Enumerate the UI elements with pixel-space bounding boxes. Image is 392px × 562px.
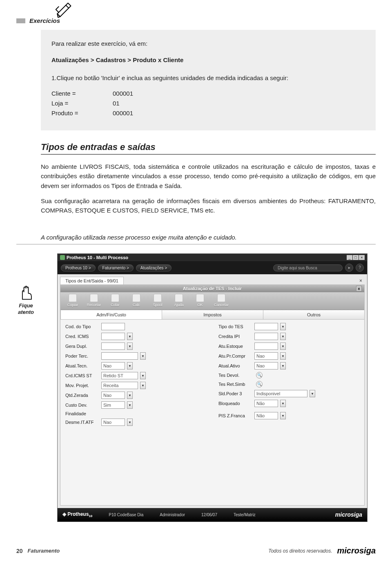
crumb-1[interactable]: Faturamento >	[98, 264, 134, 271]
chevron-down-icon[interactable]: ▼	[127, 362, 133, 369]
app-icon	[60, 255, 65, 260]
page-number: 20	[16, 548, 23, 554]
search-icon[interactable]: 🔍	[256, 381, 263, 387]
field-input[interactable]	[254, 390, 307, 397]
chevron-down-icon[interactable]: ▼	[140, 372, 146, 379]
crumb-0[interactable]: Protheus 10 >	[61, 264, 96, 271]
window-title: Protheus 10 - Multi Processo	[67, 255, 347, 260]
chevron-down-icon[interactable]: ▼	[280, 352, 286, 360]
toolbar-cancelar[interactable]: Cancelar	[212, 294, 230, 307]
field-input[interactable]	[101, 392, 125, 399]
form-tab-adm[interactable]: Adm/Fin/Custo	[60, 310, 162, 319]
chevron-down-icon[interactable]: ▼	[127, 392, 133, 399]
chevron-down-icon[interactable]: ▼	[280, 323, 286, 330]
field-row-left-4: Atual.Tecn.▼	[65, 362, 206, 369]
form-empty-area	[60, 432, 364, 505]
dialog-close-button[interactable]: ×	[356, 286, 362, 291]
field-row-right-10: PIS Z.Franca▼	[218, 412, 359, 419]
chevron-down-icon[interactable]: ▼	[140, 382, 146, 389]
chevron-down-icon[interactable]: ▼	[127, 419, 133, 426]
toolbar-spool[interactable]: Spool	[149, 294, 167, 307]
field-input[interactable]	[101, 333, 125, 340]
exercise-intro: Para realizar este exercício, vá em:	[51, 39, 365, 49]
field-input[interactable]	[254, 362, 278, 369]
field-input[interactable]	[101, 362, 125, 369]
toolbar-ok[interactable]: OK	[191, 294, 209, 307]
ok-icon	[196, 294, 204, 302]
field-row-right-5: Tes Devol.🔍	[218, 372, 359, 378]
form-tab-impostos[interactable]: Impostos	[162, 310, 263, 319]
field-input[interactable]	[254, 343, 278, 350]
form-tab-outros[interactable]: Outros	[263, 310, 365, 319]
app-window: Protheus 10 - Multi Processo _ □ × Proth…	[57, 253, 368, 522]
chevron-down-icon[interactable]: ▼	[127, 333, 133, 340]
field-label: Tes Devol.	[218, 373, 252, 378]
maximize-button[interactable]: □	[353, 255, 359, 260]
toolbar-copiar[interactable]: Copiar	[64, 294, 82, 307]
chevron-down-icon[interactable]: ▼	[280, 333, 286, 340]
toolbar-calc[interactable]: Calc	[127, 294, 145, 307]
field-label: Credita IPI	[218, 334, 252, 339]
dialog-title-text: Atualização de TES - Incluir	[183, 286, 242, 291]
field-label: Atual.Tecn.	[65, 363, 99, 368]
field-input[interactable]	[101, 343, 125, 350]
chevron-down-icon[interactable]: ▼	[310, 390, 315, 397]
exercise-navpath: Atualizações > Cadastros > Produto x Cli…	[51, 55, 365, 65]
field-input[interactable]	[254, 333, 278, 340]
field-label: Sld.Poder 3	[218, 391, 252, 396]
search-go-button[interactable]: ▸	[345, 264, 353, 272]
toolbar-colar[interactable]: Colar	[106, 294, 124, 307]
chevron-down-icon[interactable]: ▼	[127, 343, 133, 350]
crumb-2[interactable]: Atualizações >	[136, 264, 172, 271]
field-input[interactable]	[254, 323, 278, 330]
footer-title: Faturamento	[28, 548, 60, 554]
cut-icon	[90, 294, 98, 302]
minimize-button[interactable]: _	[347, 255, 352, 260]
chevron-down-icon[interactable]: ▼	[280, 343, 286, 350]
toolbar-ajuda[interactable]: Ajuda	[170, 294, 188, 307]
search-icon[interactable]: 🔍	[256, 372, 263, 378]
paste-icon	[111, 294, 119, 302]
dialog-title: Atualização de TES - Incluir ×	[60, 285, 364, 292]
field-input[interactable]	[101, 401, 125, 409]
close-button[interactable]: ×	[359, 255, 365, 260]
chevron-down-icon[interactable]: ▼	[280, 362, 286, 369]
status-item-3: Teste/Matriz	[234, 513, 256, 517]
field-row-right-7: Sld.Poder 3▼	[218, 390, 359, 397]
chevron-down-icon[interactable]: ▼	[280, 400, 286, 407]
toolbar-recortar[interactable]: Recortar	[85, 294, 103, 307]
section-rule	[41, 154, 376, 154]
field-input[interactable]	[101, 323, 125, 330]
field-input[interactable]	[254, 400, 278, 407]
toolbar-label: Copiar	[67, 303, 78, 307]
chevron-down-icon[interactable]: ▼	[140, 352, 146, 360]
field-label: Crd.ICMS ST	[65, 373, 99, 378]
field-input[interactable]	[101, 419, 125, 426]
exercise-row-label: Produto =	[51, 108, 113, 118]
field-input[interactable]	[254, 352, 278, 360]
field-row-right-2: Atu.Estoque▼	[218, 343, 359, 350]
attention-label-2: atento	[18, 309, 34, 315]
document-tab[interactable]: Tipos de Ent/Saida - 99/01	[60, 277, 124, 284]
help-round-button[interactable]: ?	[356, 264, 364, 272]
toolbar-label: Spool	[153, 303, 162, 307]
status-item-1: Administrador	[160, 513, 185, 517]
field-row-right-0: Tipo do TES▼	[218, 323, 359, 330]
chevron-down-icon[interactable]: ▼	[280, 412, 286, 419]
field-row-left-3: Poder Terc.▼	[65, 352, 206, 360]
toolbar-label: Ajuda	[174, 303, 183, 307]
field-row-left-1: Cred. ICMS▼	[65, 333, 206, 340]
field-input[interactable]	[101, 352, 138, 360]
exercise-step: 1.Clique no botão 'Incluir' e inclua as …	[51, 73, 365, 83]
field-label: Cred. ICMS	[65, 334, 99, 339]
field-input[interactable]	[101, 382, 138, 389]
exercise-row-2: Produto = 000001	[51, 108, 365, 118]
field-row-left-5: Crd.ICMS ST▼	[65, 372, 206, 379]
field-input[interactable]	[101, 372, 138, 379]
document-tab-close[interactable]: ×	[357, 278, 365, 284]
chevron-down-icon[interactable]: ▼	[127, 401, 133, 409]
form-body: Cod. do TipoCred. ICMS▼Gera Dupl.▼Poder …	[60, 320, 364, 432]
field-input[interactable]	[254, 412, 278, 419]
field-label: PIS Z.Franca	[218, 413, 252, 418]
search-input[interactable]: Digite aqui sua Busca	[273, 264, 343, 271]
